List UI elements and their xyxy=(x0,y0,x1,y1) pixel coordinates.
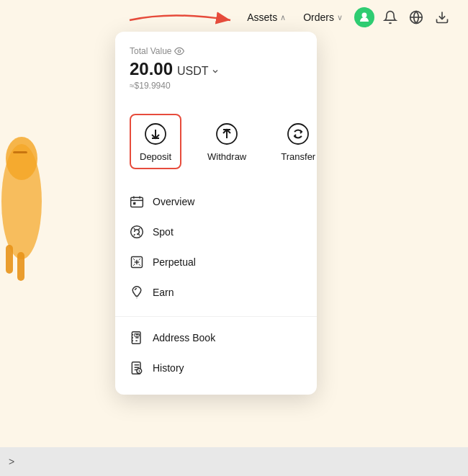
svg-rect-7 xyxy=(6,245,13,274)
orders-label: Orders xyxy=(303,12,334,23)
user-avatar[interactable] xyxy=(353,6,376,29)
user-avatar-circle xyxy=(354,7,374,27)
orders-menu[interactable]: Orders ∨ xyxy=(296,7,350,27)
svg-point-10 xyxy=(179,50,181,53)
total-value-text: Total Value xyxy=(130,46,171,56)
currency-text: USDT xyxy=(177,65,209,78)
address-book-label: Address Book xyxy=(153,332,215,343)
menu-item-overview[interactable]: Overview xyxy=(115,187,317,217)
svg-rect-19 xyxy=(133,202,135,205)
menu-item-address-book[interactable]: Address Book xyxy=(115,323,317,353)
withdraw-button[interactable]: Withdraw xyxy=(199,115,255,168)
menu-item-earn[interactable]: Earn xyxy=(115,277,317,307)
history-icon xyxy=(130,361,144,375)
currency-chevron-icon xyxy=(211,67,220,76)
transfer-icon xyxy=(285,121,311,147)
overview-label: Overview xyxy=(153,196,194,207)
amount-value: 20.00 xyxy=(130,59,173,79)
history-label: History xyxy=(153,362,184,374)
bottom-bar: > xyxy=(0,447,468,476)
assets-dropdown-panel: Total Value 20.00 USDT ≈$19.9940 xyxy=(115,32,317,395)
red-arrow-annotation xyxy=(115,7,245,33)
eye-icon xyxy=(174,46,184,56)
perpetual-label: Perpetual xyxy=(153,256,196,268)
svg-point-6 xyxy=(6,137,37,180)
deposit-label: Deposit xyxy=(140,151,171,162)
menu-section-1: Overview Spot Perpetual xyxy=(115,181,317,313)
deposit-button[interactable]: Deposit xyxy=(130,114,181,169)
currency-label: USDT xyxy=(177,65,220,78)
bottom-chevron-icon[interactable]: > xyxy=(9,456,14,467)
total-amount: 20.00 USDT xyxy=(130,59,302,79)
spot-label: Spot xyxy=(153,226,174,238)
menu-item-spot[interactable]: Spot xyxy=(115,217,317,247)
notifications-button[interactable] xyxy=(379,6,402,29)
overview-icon xyxy=(130,194,144,209)
earn-label: Earn xyxy=(153,287,174,298)
orders-chevron: ∨ xyxy=(337,13,343,22)
menu-item-history[interactable]: History xyxy=(115,353,317,383)
assets-label: Assets xyxy=(247,12,277,23)
menu-item-perpetual[interactable]: Perpetual xyxy=(115,247,317,277)
usd-equiv-value: ≈$19.9940 xyxy=(130,81,302,91)
svg-point-20 xyxy=(131,226,143,238)
spot-icon xyxy=(130,225,144,239)
assets-menu[interactable]: Assets ∧ xyxy=(240,7,293,27)
panel-header: Total Value 20.00 USDT ≈$19.9940 xyxy=(115,46,317,102)
address-book-icon xyxy=(130,331,144,345)
background-decoration xyxy=(0,58,65,346)
transfer-button[interactable]: Transfer xyxy=(272,115,324,168)
withdraw-icon xyxy=(214,121,240,147)
language-button[interactable] xyxy=(405,6,428,29)
download-button[interactable] xyxy=(431,6,454,29)
svg-point-1 xyxy=(362,13,367,18)
svg-rect-9 xyxy=(13,151,27,153)
earn-icon xyxy=(130,285,144,300)
transfer-label: Transfer xyxy=(281,151,315,162)
assets-chevron: ∧ xyxy=(280,13,286,22)
withdraw-label: Withdraw xyxy=(207,151,246,162)
svg-rect-18 xyxy=(131,197,143,207)
total-value-label: Total Value xyxy=(130,46,302,56)
deposit-icon xyxy=(143,121,168,147)
perpetual-icon xyxy=(130,255,144,269)
svg-point-17 xyxy=(288,124,308,144)
menu-section-2: Address Book History xyxy=(115,316,317,389)
svg-rect-8 xyxy=(17,252,24,281)
action-buttons-row: Deposit Withdraw xyxy=(115,102,317,181)
